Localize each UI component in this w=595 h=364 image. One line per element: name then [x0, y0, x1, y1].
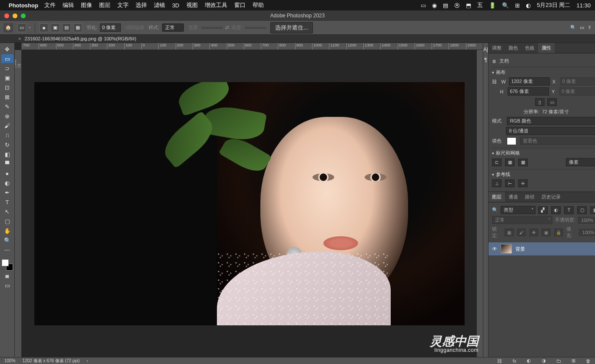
app-name[interactable]: Photoshop: [9, 2, 38, 9]
search-icon[interactable]: 🔍: [570, 25, 576, 30]
share-icon[interactable]: ⇪: [588, 25, 592, 30]
filter-icon[interactable]: 🔍: [492, 207, 498, 213]
ruler-unit-select[interactable]: 像素: [566, 158, 595, 166]
guides-section-header[interactable]: 参考线: [492, 171, 595, 178]
mode-select[interactable]: RGB 颜色: [507, 117, 595, 125]
status-link-icon[interactable]: ⛓: [497, 358, 502, 364]
frame-tool[interactable]: ⊠: [1, 93, 13, 101]
menu-view[interactable]: 视图: [186, 1, 198, 9]
status-new-icon[interactable]: ⊞: [572, 358, 575, 364]
select-mask-button[interactable]: 选择并遮住...: [270, 22, 313, 33]
selection-add-icon[interactable]: ▣: [51, 23, 60, 32]
move-tool[interactable]: ✥: [1, 45, 13, 53]
menu-filter[interactable]: 滤镜: [154, 1, 165, 9]
pixel-grid-icon[interactable]: ▩: [518, 159, 528, 166]
feather-input[interactable]: 0 像素: [100, 23, 121, 32]
status-fx-icon[interactable]: fx: [512, 358, 516, 364]
lock-pos-icon[interactable]: ✥: [529, 228, 538, 236]
lock-trans-icon[interactable]: ▦: [505, 228, 513, 236]
doc-dimensions[interactable]: 1202 像素 x 676 像素 (72 ppi): [23, 358, 80, 364]
menubar-notif-icon[interactable]: ⬒: [466, 2, 471, 9]
filter-smart-icon[interactable]: ▦: [590, 206, 595, 214]
status-group-icon[interactable]: 🗀: [556, 358, 561, 364]
eraser-tool[interactable]: ◧: [1, 150, 13, 159]
ruler-icon[interactable]: ⊏: [492, 159, 502, 166]
path-tool[interactable]: ↖: [1, 207, 13, 216]
menu-3d[interactable]: 3D: [172, 2, 179, 9]
menubar-siri-icon[interactable]: ◐: [526, 2, 531, 9]
menubar-lang-icon[interactable]: 五: [477, 1, 483, 9]
guide-v-icon[interactable]: ⊢: [505, 179, 515, 187]
link-wh-icon[interactable]: ⛓: [492, 79, 497, 84]
lock-nest-icon[interactable]: ▣: [542, 228, 550, 236]
tab-adjustments[interactable]: 调整: [489, 43, 505, 53]
orient-landscape-icon[interactable]: ▭: [547, 98, 557, 106]
tab-history[interactable]: 历史记录: [538, 192, 564, 202]
edit-toolbar[interactable]: ⋯: [1, 245, 13, 254]
layer-thumbnail[interactable]: [501, 244, 512, 254]
zoom-value[interactable]: 100%: [4, 358, 16, 363]
color-swatches[interactable]: [2, 259, 13, 271]
char-panel-icon[interactable]: A|: [483, 46, 488, 53]
status-caret-icon[interactable]: ›: [86, 358, 88, 363]
scrollbar-vertical[interactable]: [477, 50, 483, 357]
maximize-button[interactable]: [21, 13, 26, 18]
menubar-control-icon[interactable]: ⊞: [515, 2, 520, 9]
menu-plugins[interactable]: 增效工具: [205, 1, 227, 9]
menubar-cc-icon[interactable]: ◉: [432, 2, 437, 9]
filter-type-icon[interactable]: T: [564, 206, 574, 214]
tab-swatches[interactable]: 色板: [522, 43, 538, 53]
lock-all-icon[interactable]: 🔒: [554, 228, 563, 236]
selection-subtract-icon[interactable]: ▤: [62, 23, 71, 32]
grid-icon[interactable]: ▦: [505, 159, 515, 166]
status-mask-icon[interactable]: ◐: [527, 358, 531, 364]
screenmode-tool[interactable]: ▭: [1, 281, 13, 290]
menubar-record-icon[interactable]: ⦿: [454, 2, 460, 9]
selection-intersect-icon[interactable]: ▦: [73, 23, 82, 32]
layer-filter-select[interactable]: 类型: [501, 206, 535, 214]
lasso-tool[interactable]: ⊃: [1, 64, 13, 73]
workspace-icon[interactable]: ▭: [580, 25, 584, 30]
tab-properties[interactable]: 属性: [538, 43, 555, 53]
history-brush-tool[interactable]: ↻: [1, 140, 13, 149]
home-button[interactable]: 🏠: [3, 23, 13, 33]
blur-tool[interactable]: ●: [1, 169, 13, 178]
crop-tool[interactable]: ⊡: [1, 83, 13, 92]
healing-tool[interactable]: ⊕: [1, 112, 13, 120]
menu-layer[interactable]: 图层: [99, 1, 110, 9]
canvas[interactable]: [22, 50, 477, 357]
eyedropper-tool[interactable]: ✎: [1, 102, 13, 111]
canvas-width-input[interactable]: 1202 像素: [509, 77, 550, 86]
pen-tool[interactable]: ✒: [1, 188, 13, 197]
style-select[interactable]: 正常: [162, 23, 184, 32]
menu-file[interactable]: 文件: [44, 1, 56, 9]
brush-tool[interactable]: 🖌: [1, 121, 13, 130]
status-adjust-icon[interactable]: ◑: [542, 358, 546, 364]
layer-name[interactable]: 背景: [515, 246, 591, 252]
ruler-horizontal[interactable]: 7006005004003002001000100200300400500600…: [22, 43, 483, 50]
orient-portrait-icon[interactable]: ▯: [535, 98, 545, 106]
guide-both-icon[interactable]: ✛: [518, 179, 528, 187]
tab-channels[interactable]: 通道: [505, 192, 522, 202]
layer-row[interactable]: 👁 背景 🔒: [489, 242, 595, 255]
menu-help[interactable]: 帮助: [253, 1, 264, 9]
tab-paths[interactable]: 路径: [522, 192, 538, 202]
canvas-section-header[interactable]: 画布: [492, 69, 595, 76]
filter-adjust-icon[interactable]: ◐: [551, 206, 561, 214]
visibility-icon[interactable]: 👁: [492, 246, 497, 252]
dodge-tool[interactable]: ◐: [1, 179, 13, 187]
status-trash-icon[interactable]: 🗑: [586, 358, 591, 364]
lock-paint-icon[interactable]: 🖌: [517, 228, 526, 236]
menu-edit[interactable]: 编辑: [63, 1, 74, 9]
menubar-search-icon[interactable]: 🔍: [502, 2, 509, 9]
rulers-section-header[interactable]: 标尺和网格: [492, 150, 595, 156]
document-tab[interactable]: 231602-16639461625a49.jpg.png @ 100%(RGB…: [24, 36, 136, 41]
gradient-tool[interactable]: ▀: [1, 159, 13, 168]
zoom-tool[interactable]: 🔍: [1, 236, 13, 245]
menu-select[interactable]: 选择: [136, 1, 147, 9]
canvas-height-input[interactable]: 676 像素: [508, 87, 549, 96]
menubar-icon[interactable]: ▭: [421, 2, 426, 9]
filter-shape-icon[interactable]: ▢: [577, 206, 587, 214]
tab-layers[interactable]: 图层: [489, 192, 505, 202]
stamp-tool[interactable]: ⎍: [1, 131, 13, 139]
